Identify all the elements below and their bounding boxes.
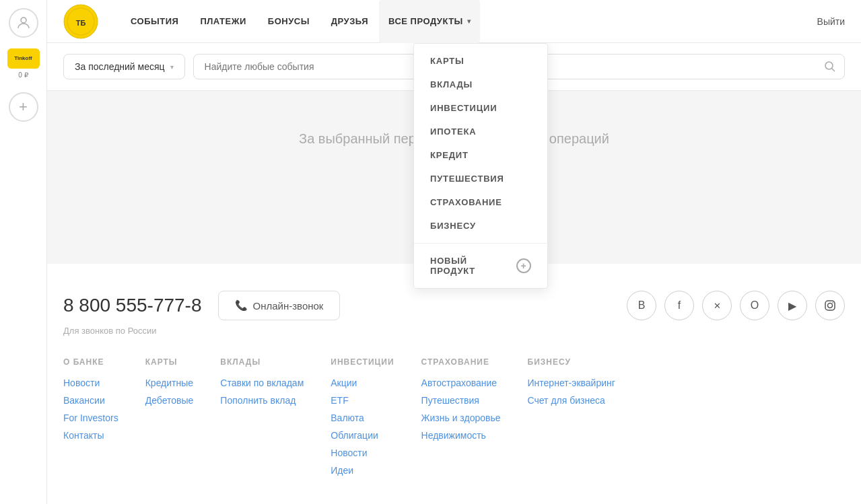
footer-social: В f ✕ О ▶ — [627, 291, 845, 320]
footer-phone-note: Для звонков по России — [63, 326, 845, 336]
dropdown-item-travel[interactable]: ПУТЕШЕСТВИЯ — [414, 167, 547, 190]
footer-links: О БАНКЕ Новости Вакансии For Investors К… — [63, 357, 845, 482]
footer-link-debit-cards[interactable]: Дебетовые — [145, 395, 194, 406]
footer-link-contacts[interactable]: Контакты — [63, 430, 118, 441]
footer-col-about: О БАНКЕ Новости Вакансии For Investors К… — [63, 357, 118, 482]
footer-link-travel-ins[interactable]: Путешествия — [421, 395, 501, 406]
card-widget[interactable]: Tinkoff — [7, 48, 40, 69]
dropdown-item-investments[interactable]: ИНВЕСТИЦИИ — [414, 96, 547, 120]
footer-link-credit-cards[interactable]: Кредитные — [145, 377, 194, 388]
footer-link-top-up[interactable]: Пополнить вклад — [220, 395, 304, 406]
dropdown-item-mortgage[interactable]: ИПОТЕКА — [414, 120, 547, 143]
period-label: За последний месяц — [75, 61, 165, 72]
new-product-button[interactable]: НОВЫЙ ПРОДУКТ + — [414, 249, 547, 283]
dropdown-section-new: НОВЫЙ ПРОДУКТ + — [414, 244, 547, 288]
nav-item-payments[interactable]: ПЛАТЕЖИ — [189, 0, 256, 43]
svg-text:ТБ: ТБ — [76, 19, 86, 27]
phone-icon: 📞 — [235, 299, 248, 312]
svg-point-7 — [832, 302, 833, 303]
sidebar-balance: 0 ₽ — [18, 71, 28, 79]
footer-link-stocks[interactable]: Акции — [331, 377, 394, 388]
social-youtube[interactable]: ▶ — [778, 291, 807, 320]
dropdown-item-credit[interactable]: КРЕДИТ — [414, 143, 547, 167]
svg-rect-5 — [825, 301, 835, 310]
plus-circle-icon: + — [516, 258, 531, 273]
footer-link-inv-news[interactable]: Новости — [331, 447, 394, 458]
dropdown-item-business[interactable]: БИЗНЕСУ — [414, 214, 547, 238]
avatar[interactable] — [9, 8, 38, 38]
svg-point-6 — [828, 303, 833, 308]
instagram-icon — [824, 299, 836, 312]
chevron-down-icon: ▾ — [170, 63, 174, 71]
new-product-label: НОВЫЙ ПРОДУКТ — [430, 256, 511, 276]
social-odnoklassniki[interactable]: О — [740, 291, 769, 320]
add-button[interactable]: + — [9, 92, 38, 122]
footer-link-deposit-rates[interactable]: Ставки по вкладам — [220, 377, 304, 388]
footer-link-acquiring[interactable]: Интернет-эквайринг — [528, 377, 615, 388]
social-vk[interactable]: В — [627, 291, 656, 320]
footer-link-bonds[interactable]: Облигации — [331, 430, 394, 441]
logo[interactable]: ТБ — [63, 4, 98, 39]
main-nav: СОБЫТИЯ ПЛАТЕЖИ БОНУСЫ ДРУЗЬЯ ВСЕ ПРОДУК… — [120, 0, 817, 43]
search-icon[interactable] — [823, 60, 837, 73]
footer-phone-row: 8 800 555-777-8 📞 Онлайн-звонок В f ✕ О … — [63, 291, 845, 320]
footer-col-title-business: БИЗНЕСУ — [528, 357, 615, 367]
call-btn-label: Онлайн-звонок — [253, 300, 324, 312]
dropdown-section-products: КАРТЫ ВКЛАДЫ ИНВЕСТИЦИИ ИПОТЕКА КРЕДИТ П… — [414, 44, 547, 244]
footer-col-title-insurance: СТРАХОВАНИЕ — [421, 357, 501, 367]
footer-link-ideas[interactable]: Идеи — [331, 465, 394, 476]
call-button[interactable]: 📞 Онлайн-звонок — [218, 291, 341, 320]
all-products-label: ВСЕ ПРОДУКТЫ — [388, 16, 463, 26]
dropdown-item-insurance[interactable]: СТРАХОВАНИЕ — [414, 190, 547, 214]
dropdown-item-cards[interactable]: КАРТЫ — [414, 49, 547, 73]
footer-link-auto[interactable]: Автострахование — [421, 377, 501, 388]
footer-col-business: БИЗНЕСУ Интернет-эквайринг Счет для бизн… — [528, 357, 615, 482]
footer-link-etf[interactable]: ETF — [331, 395, 394, 406]
footer-col-deposits: ВКЛАДЫ Ставки по вкладам Пополнить вклад — [220, 357, 304, 482]
period-select[interactable]: За последний месяц ▾ — [63, 54, 185, 79]
svg-point-4 — [825, 62, 833, 69]
svg-point-0 — [21, 17, 26, 23]
products-dropdown: КАРТЫ ВКЛАДЫ ИНВЕСТИЦИИ ИПОТЕКА КРЕДИТ П… — [413, 43, 548, 289]
header: ТБ СОБЫТИЯ ПЛАТЕЖИ БОНУСЫ ДРУЗЬЯ ВСЕ ПРО… — [47, 0, 861, 43]
logout-button[interactable]: Выйти — [817, 16, 845, 27]
sidebar: Tinkoff 0 ₽ + — [0, 0, 47, 504]
footer-phone: 8 800 555-777-8 — [63, 295, 202, 316]
all-products-menu[interactable]: ВСЕ ПРОДУКТЫ ▾ — [379, 0, 480, 43]
footer-col-investments: ИНВЕСТИЦИИ Акции ETF Валюта Облигации Но… — [331, 357, 394, 482]
social-instagram[interactable] — [815, 291, 845, 320]
nav-item-friends[interactable]: ДРУЗЬЯ — [320, 0, 379, 43]
footer-col-title-deposits: ВКЛАДЫ — [220, 357, 304, 367]
footer-col-insurance: СТРАХОВАНИЕ Автострахование Путешествия … — [421, 357, 501, 482]
main-content: ТБ СОБЫТИЯ ПЛАТЕЖИ БОНУСЫ ДРУЗЬЯ ВСЕ ПРО… — [47, 0, 861, 504]
footer-col-title-about: О БАНКЕ — [63, 357, 118, 367]
footer: 8 800 555-777-8 📞 Онлайн-звонок В f ✕ О … — [47, 264, 861, 504]
footer-link-for-investors[interactable]: For Investors — [63, 412, 118, 423]
footer-link-life[interactable]: Жизнь и здоровье — [421, 412, 501, 423]
dropdown-item-deposits[interactable]: ВКЛАДЫ — [414, 73, 547, 96]
nav-item-events[interactable]: СОБЫТИЯ — [120, 0, 189, 43]
card-label: Tinkoff — [14, 56, 32, 61]
footer-col-cards: КАРТЫ Кредитные Дебетовые — [145, 357, 194, 482]
footer-link-vacancies[interactable]: Вакансии — [63, 395, 118, 406]
footer-col-title-cards: КАРТЫ — [145, 357, 194, 367]
nav-item-bonuses[interactable]: БОНУСЫ — [257, 0, 320, 43]
social-twitter[interactable]: ✕ — [702, 291, 732, 320]
chevron-down-icon: ▾ — [467, 17, 471, 25]
footer-link-news[interactable]: Новости — [63, 377, 118, 388]
footer-link-property[interactable]: Недвижимость — [421, 430, 501, 441]
footer-link-biz-account[interactable]: Счет для бизнеса — [528, 395, 615, 406]
footer-link-currency[interactable]: Валюта — [331, 412, 394, 423]
footer-col-title-investments: ИНВЕСТИЦИИ — [331, 357, 394, 367]
social-facebook[interactable]: f — [664, 291, 694, 320]
